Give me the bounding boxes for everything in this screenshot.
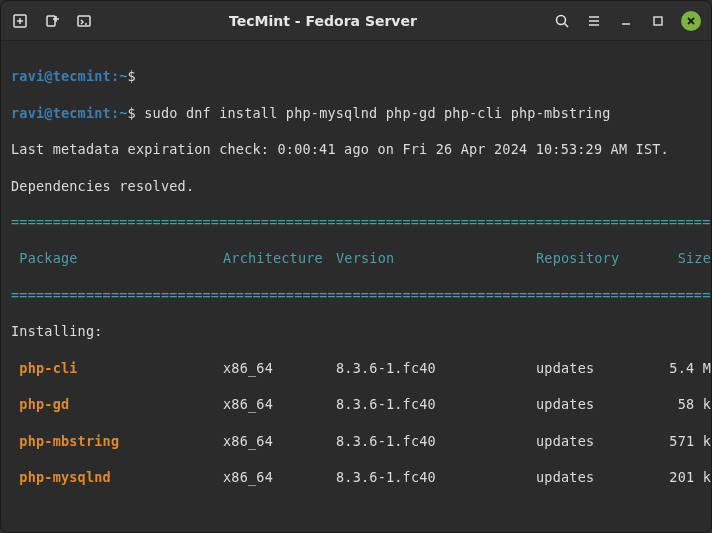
- package-size: 201 k: [656, 468, 711, 486]
- prompt-path: ~: [119, 68, 127, 84]
- header-package: Package: [19, 250, 77, 266]
- package-repo: updates: [536, 468, 656, 486]
- header-size: Size: [656, 249, 711, 267]
- package-size: 571 k: [656, 432, 711, 450]
- package-repo: updates: [536, 359, 656, 377]
- package-version: 8.3.6-1.fc40: [336, 359, 536, 377]
- package-name: php-mbstring: [19, 433, 119, 449]
- new-window-icon[interactable]: [43, 12, 61, 30]
- prompt-user-host: ravi@tecmint: [11, 68, 111, 84]
- svg-point-7: [557, 15, 566, 24]
- package-name: php-cli: [19, 360, 77, 376]
- svg-rect-13: [654, 17, 662, 25]
- new-tab-icon[interactable]: [11, 12, 29, 30]
- prompt-line-empty: ravi@tecmint:~$: [11, 67, 701, 85]
- package-arch: x86_64: [223, 359, 336, 377]
- svg-rect-6: [78, 16, 90, 26]
- table-header: Package Architecture Version Repository …: [11, 249, 701, 267]
- blank-line: [11, 504, 701, 522]
- prompt-line-command: ravi@tecmint:~$ sudo dnf install php-mys…: [11, 104, 701, 122]
- divider-line: ========================================…: [11, 286, 701, 304]
- divider-line: ========================================…: [11, 213, 701, 231]
- titlebar: TecMint - Fedora Server: [1, 1, 711, 41]
- package-size: 5.4 M: [656, 359, 711, 377]
- dependencies-line: Dependencies resolved.: [11, 177, 701, 195]
- package-arch: x86_64: [223, 395, 336, 413]
- window-title: TecMint - Fedora Server: [93, 13, 553, 29]
- header-repo: Repository: [536, 249, 656, 267]
- header-arch: Architecture: [223, 249, 336, 267]
- svg-line-8: [565, 23, 569, 27]
- svg-rect-3: [47, 16, 55, 26]
- package-repo: updates: [536, 395, 656, 413]
- package-version: 8.3.6-1.fc40: [336, 395, 536, 413]
- menu-icon[interactable]: [585, 12, 603, 30]
- terminal-output[interactable]: ravi@tecmint:~$ ravi@tecmint:~$ sudo dnf…: [1, 41, 711, 533]
- command-text: sudo dnf install php-mysqlnd php-gd php-…: [144, 105, 610, 121]
- table-row: php-mysqlndx86_648.3.6-1.fc40updates201 …: [11, 468, 701, 486]
- package-version: 8.3.6-1.fc40: [336, 432, 536, 450]
- table-row: php-gdx86_648.3.6-1.fc40updates58 k: [11, 395, 701, 413]
- installing-label: Installing:: [11, 322, 701, 340]
- package-name: php-gd: [19, 396, 69, 412]
- package-repo: updates: [536, 432, 656, 450]
- package-name: php-mysqlnd: [19, 469, 111, 485]
- metadata-line: Last metadata expiration check: 0:00:41 …: [11, 140, 701, 158]
- terminal-icon[interactable]: [75, 12, 93, 30]
- prompt-symbol: $: [128, 68, 136, 84]
- package-size: 58 k: [656, 395, 711, 413]
- search-icon[interactable]: [553, 12, 571, 30]
- titlebar-left-controls: [11, 12, 93, 30]
- minimize-icon[interactable]: [617, 12, 635, 30]
- titlebar-right-controls: [553, 11, 701, 31]
- table-row: php-mbstringx86_648.3.6-1.fc40updates571…: [11, 432, 701, 450]
- maximize-icon[interactable]: [649, 12, 667, 30]
- package-arch: x86_64: [223, 468, 336, 486]
- package-arch: x86_64: [223, 432, 336, 450]
- close-button[interactable]: [681, 11, 701, 31]
- header-version: Version: [336, 249, 536, 267]
- table-row: php-clix86_648.3.6-1.fc40updates5.4 M: [11, 359, 701, 377]
- package-version: 8.3.6-1.fc40: [336, 468, 536, 486]
